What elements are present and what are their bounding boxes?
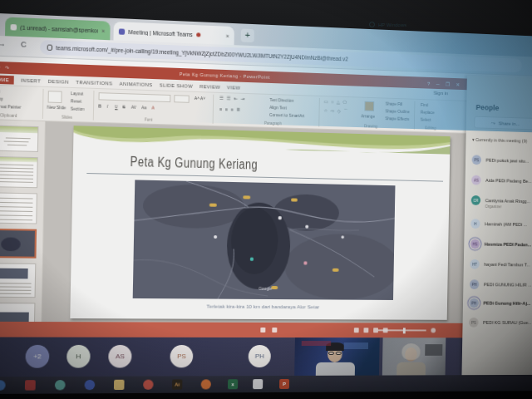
- new-tab-button[interactable]: +: [241, 28, 254, 42]
- char-spacing-icon[interactable]: AV: [131, 106, 136, 110]
- excel-icon[interactable]: x: [228, 379, 238, 389]
- participant-name: PEDI GUNUNG HILIR ...: [484, 282, 532, 287]
- participant-row[interactable]: PSPEDi pokok jawi situ...: [471, 155, 532, 174]
- slide-title[interactable]: Peta Kg Gunung Keriang: [130, 155, 258, 173]
- word-icon[interactable]: [253, 379, 263, 389]
- ribbon-tab-view[interactable]: VIEW: [227, 85, 240, 91]
- ribbon-tab-review[interactable]: REVIEW: [200, 84, 220, 90]
- font-group-label: Font: [145, 117, 152, 121]
- fit-slide-icon[interactable]: [431, 328, 436, 333]
- google-watermark: Google: [259, 286, 272, 291]
- slide-sorter-view-icon[interactable]: [363, 328, 368, 332]
- ribbon-tab-animations[interactable]: ANIMATIONS: [120, 81, 153, 86]
- font-size-box[interactable]: [174, 95, 190, 103]
- meeting-avatar-AS[interactable]: AS: [108, 345, 131, 368]
- participant-row[interactable]: HThayani Fedi Tambun T...: [470, 259, 532, 278]
- meeting-avatar-PS[interactable]: PS: [170, 345, 193, 367]
- align-text-button[interactable]: Align Text: [269, 106, 287, 111]
- shape-fill-button[interactable]: Shape Fill: [386, 102, 403, 107]
- satellite-map-image[interactable]: Google: [133, 180, 396, 300]
- sign-in-link[interactable]: Sign in: [434, 91, 449, 96]
- shape-effects-button[interactable]: Shape Effects: [385, 116, 409, 121]
- zoom-slider[interactable]: [378, 329, 426, 331]
- slide-thumbnail-4-selected[interactable]: [0, 229, 37, 259]
- quick-access-toolbar-icons[interactable]: ▤ ↶ ↷: [0, 65, 11, 71]
- ribbon-tab-home[interactable]: HOME: [0, 75, 13, 84]
- video-tile-2[interactable]: [382, 337, 446, 375]
- italic-button[interactable]: I: [107, 105, 108, 109]
- format-painter-button[interactable]: Format Painter: [0, 105, 21, 110]
- slides-group-label: Slides: [62, 115, 72, 120]
- underline-button[interactable]: U: [115, 105, 118, 109]
- copy-button[interactable]: Copy: [0, 96, 3, 101]
- file-explorer-icon[interactable]: [114, 380, 125, 390]
- forward-icon[interactable]: →: [0, 39, 6, 48]
- strikethrough-button[interactable]: S: [122, 105, 125, 109]
- video-tile-1[interactable]: [294, 337, 380, 376]
- photoshop-icon[interactable]: [25, 380, 36, 390]
- window-controls-icons[interactable]: ? ─ ❐ ✕: [427, 80, 462, 86]
- section-button[interactable]: Section: [71, 107, 85, 112]
- bullets-numbering-icons[interactable]: ☰ ☰ ⇤ ⇥: [219, 96, 245, 101]
- powerpoint-icon[interactable]: P: [279, 379, 289, 389]
- font-name-box[interactable]: [98, 92, 170, 102]
- meeting-section-label[interactable]: ▾ Currently in this meeting (9): [472, 137, 527, 144]
- slide-thumbnail-6[interactable]: [0, 303, 35, 322]
- participant-row[interactable]: HSHasmiza PEDI Padan...: [470, 239, 532, 258]
- shapes-gallery-icons[interactable]: ▭ ○ △ ⬠: [324, 99, 348, 105]
- notes-button[interactable]: [260, 328, 265, 332]
- meeting-avatar-plus2[interactable]: +2: [25, 345, 49, 368]
- layout-button[interactable]: Layout: [71, 91, 83, 96]
- participant-name: hayani Fedi Tambun T...: [484, 262, 530, 267]
- ribbon-tab-insert[interactable]: INSERT: [21, 77, 41, 83]
- reload-icon[interactable]: C: [21, 40, 27, 49]
- alignment-icons[interactable]: ≡ ≡ ≡ ≣: [219, 106, 241, 112]
- edge-icon[interactable]: [0, 380, 6, 390]
- shape-outline-button[interactable]: Shape Outline: [386, 109, 410, 114]
- participant-row[interactable]: PHPEDI GUNUNG HILIR ...: [470, 279, 532, 298]
- slide-thumbnail-5[interactable]: [0, 263, 36, 298]
- meeting-avatar-H[interactable]: H: [66, 345, 91, 368]
- meeting-avatar-PH[interactable]: PH: [249, 345, 271, 367]
- close-tab-icon[interactable]: ×: [101, 27, 105, 33]
- slide-caption[interactable]: Terletak kira-kira 10 km dari bandaraya …: [71, 303, 448, 311]
- bold-button[interactable]: B: [98, 104, 101, 108]
- firefox-icon[interactable]: [201, 379, 211, 389]
- clipboard-group-label: Clipboard: [0, 113, 17, 118]
- new-slide-icon: [48, 91, 62, 103]
- shapes-gallery-icons[interactable]: ☆ ⇨ ◇ ⌒: [323, 108, 348, 115]
- weather-app-icon[interactable]: [55, 380, 66, 390]
- change-case-icon[interactable]: Aa: [141, 106, 146, 110]
- slide-thumbnail-3[interactable]: [0, 192, 37, 224]
- participant-name: PEDi Gunung Hilir-Aj...: [484, 300, 531, 305]
- slide-thumbnail-2[interactable]: [0, 156, 38, 188]
- zoom-slider-knob[interactable]: [403, 328, 406, 333]
- new-slide-button[interactable]: New Slide: [46, 106, 66, 111]
- replace-button[interactable]: Replace: [421, 111, 435, 115]
- reset-button[interactable]: Reset: [71, 99, 81, 104]
- share-invite-button[interactable]: ⤳ Share in...: [474, 116, 532, 131]
- participant-name: PEDI KG SURAU (Gue...: [483, 320, 532, 325]
- illustrator-icon[interactable]: Ai: [172, 379, 182, 389]
- camtasia-icon[interactable]: [85, 380, 96, 390]
- participant-row[interactable]: PHPEDi Gunung Hilir-Aj...: [469, 298, 532, 317]
- text-direction-button[interactable]: Text Direction: [269, 98, 293, 103]
- slide-thumbnail-1[interactable]: [0, 125, 38, 151]
- ribbon-tab-transitions[interactable]: TRANSITIONS: [76, 79, 112, 86]
- chrome-icon[interactable]: [143, 380, 154, 390]
- close-tab-icon[interactable]: ×: [226, 32, 229, 38]
- comments-button[interactable]: [272, 328, 277, 332]
- select-button[interactable]: Select: [421, 118, 431, 122]
- ribbon-tab-design[interactable]: DESIGN: [48, 78, 69, 84]
- find-button[interactable]: Find: [421, 103, 428, 107]
- participant-row[interactable]: CRCantiynia Anak Ringg...Organizer: [471, 195, 532, 214]
- convert-smartart-button[interactable]: Convert to SmartArt: [269, 113, 304, 118]
- participant-row[interactable]: ASAida PEDi Padang Be...: [471, 175, 532, 195]
- arrange-button[interactable]: Arrange: [361, 114, 375, 118]
- grow-shrink-font-icons[interactable]: A˄ A˅: [195, 96, 205, 101]
- participant-row[interactable]: HHamizah (AM PEDi ...: [470, 219, 532, 238]
- ribbon-tab-slide-show[interactable]: SLIDE SHOW: [160, 82, 193, 88]
- font-color-icon[interactable]: A: [151, 106, 154, 110]
- participant-row[interactable]: PSPEDI KG SURAU (Gue...: [469, 318, 532, 336]
- normal-view-icon[interactable]: [354, 328, 359, 332]
